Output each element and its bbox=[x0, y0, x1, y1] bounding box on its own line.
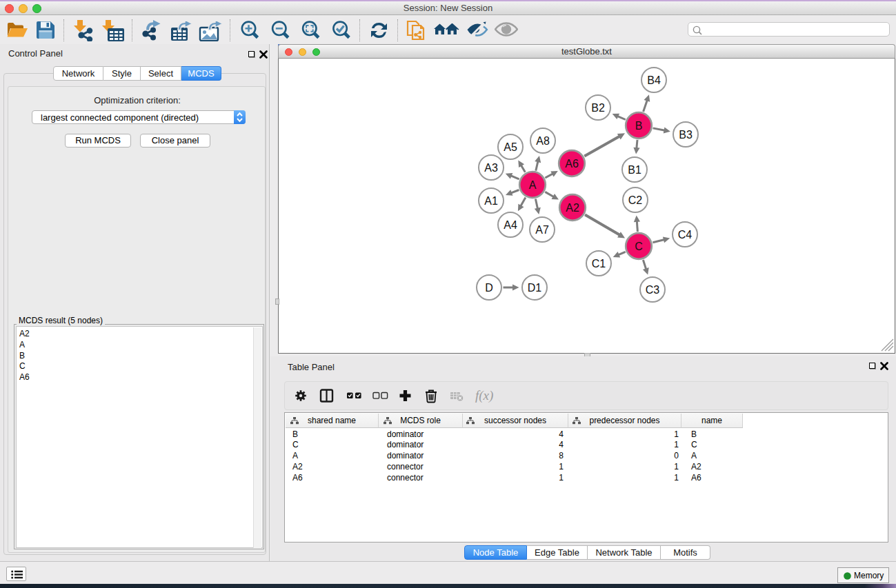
svg-text:f(x): f(x) bbox=[475, 388, 493, 403]
svg-text:A4: A4 bbox=[504, 219, 517, 231]
svg-text:B: B bbox=[635, 120, 643, 132]
svg-text:C1: C1 bbox=[592, 258, 606, 270]
svg-text:B3: B3 bbox=[679, 129, 693, 141]
svg-text:C4: C4 bbox=[678, 229, 693, 241]
svg-text:A2: A2 bbox=[566, 202, 579, 214]
svg-text:D1: D1 bbox=[528, 282, 542, 294]
svg-text:A5: A5 bbox=[504, 141, 517, 153]
svg-text:B2: B2 bbox=[591, 102, 605, 114]
svg-text:D: D bbox=[485, 282, 493, 294]
svg-text:B4: B4 bbox=[647, 74, 661, 86]
svg-text:C: C bbox=[635, 241, 643, 252]
svg-text:B1: B1 bbox=[628, 164, 641, 176]
svg-text:C3: C3 bbox=[646, 284, 660, 296]
svg-text:A1: A1 bbox=[484, 195, 498, 207]
svg-text:A8: A8 bbox=[536, 135, 550, 147]
svg-text:A3: A3 bbox=[484, 162, 498, 174]
svg-text:A: A bbox=[529, 179, 537, 191]
svg-text:A6: A6 bbox=[565, 158, 579, 170]
svg-text:C2: C2 bbox=[628, 194, 643, 206]
svg-text:A7: A7 bbox=[535, 224, 549, 236]
